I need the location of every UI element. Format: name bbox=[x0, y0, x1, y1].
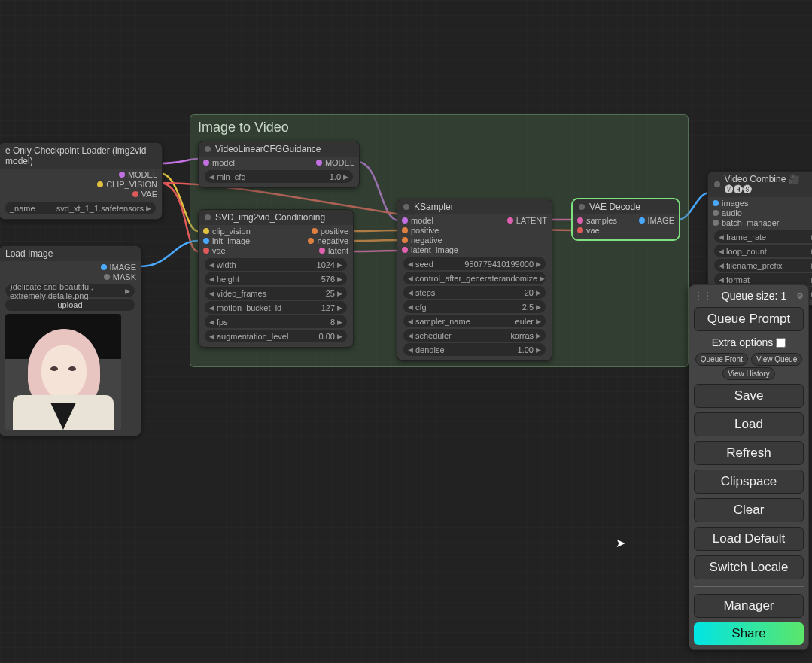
upload-button[interactable]: upload bbox=[5, 299, 135, 311]
widget-ckpt-name[interactable]: _name svd_xt_1_1.safetensors▶ bbox=[5, 202, 156, 214]
node-load-image[interactable]: Load Image IMAGE MASK )delicate and beau… bbox=[0, 245, 141, 436]
output-vae[interactable]: VAE bbox=[132, 190, 157, 199]
output-positive[interactable]: positive bbox=[312, 227, 348, 236]
input-model[interactable]: model bbox=[402, 216, 458, 225]
svd-widget-fps[interactable]: ◀fps8▶ bbox=[205, 315, 347, 328]
svd-widget-height[interactable]: ◀height576▶ bbox=[205, 272, 347, 285]
save-button[interactable]: Save bbox=[694, 384, 804, 408]
node-title: VideoLinearCFGGuidance bbox=[199, 141, 359, 157]
input-clip-vision[interactable]: clip_vision bbox=[203, 227, 251, 236]
input-samples[interactable]: samples bbox=[577, 216, 617, 225]
node-title: VAE Decode bbox=[573, 199, 679, 214]
refresh-button[interactable]: Refresh bbox=[694, 441, 804, 465]
node-title: KSampler bbox=[397, 199, 552, 214]
queue-front-button[interactable]: Queue Front bbox=[695, 353, 748, 366]
image-preview bbox=[5, 314, 121, 430]
node-title: Video Combine 🎥🅥🅗🅢 bbox=[708, 172, 812, 197]
svd-widget-video_frames[interactable]: ◀video_frames25▶ bbox=[205, 287, 347, 300]
output-latent[interactable]: LATENT bbox=[507, 216, 547, 225]
clear-button[interactable]: Clear bbox=[694, 498, 804, 522]
video-combine-widget-filename_prefix[interactable]: ◀filename_prefix▶ bbox=[714, 259, 812, 272]
ksampler-widget-control_after_generate[interactable]: ◀control_after_generaterandomize▶ bbox=[403, 272, 546, 284]
video-combine-widget-loop_count[interactable]: ◀loop_count▶ bbox=[714, 245, 812, 257]
input-latent-image[interactable]: latent_image bbox=[402, 245, 458, 254]
ksampler-widget-seed[interactable]: ◀seed950779410199000▶ bbox=[403, 257, 546, 270]
cursor-icon: ➤ bbox=[616, 536, 625, 550]
node-title: e Only Checkpoint Loader (img2vid model) bbox=[0, 143, 162, 169]
input-model[interactable]: model bbox=[203, 158, 235, 167]
widget-min-cfg[interactable]: ◀min_cfg 1.0▶ bbox=[205, 170, 353, 183]
ksampler-widget-steps[interactable]: ◀steps20▶ bbox=[403, 286, 546, 299]
node-title: SVD_img2vid_Conditioning bbox=[199, 210, 353, 225]
clipspace-button[interactable]: Clipspace bbox=[694, 470, 804, 494]
gear-icon[interactable]: ⚙ bbox=[796, 291, 804, 301]
node-checkpoint-loader[interactable]: e Only Checkpoint Loader (img2vid model)… bbox=[0, 142, 163, 220]
widget-image-file[interactable]: )delicate and beautiful, extremely detai… bbox=[5, 284, 135, 297]
svd-widget-motion_bucket_id[interactable]: ◀motion_bucket_id127▶ bbox=[205, 301, 347, 314]
node-ksampler[interactable]: KSampler model positive negative latent_… bbox=[397, 199, 552, 361]
manager-button[interactable]: Manager bbox=[694, 594, 804, 618]
ksampler-widget-scheduler[interactable]: ◀schedulerkarras▶ bbox=[403, 329, 546, 342]
output-negative[interactable]: negative bbox=[308, 236, 348, 245]
output-clip-vision[interactable]: CLIP_VISION bbox=[97, 180, 157, 189]
ksampler-widget-sampler_name[interactable]: ◀sampler_nameeuler▶ bbox=[403, 315, 546, 327]
output-model[interactable]: MODEL bbox=[119, 170, 157, 179]
output-image[interactable]: IMAGE bbox=[101, 263, 136, 272]
switch-locale-button[interactable]: Switch Locale bbox=[694, 555, 804, 579]
video-combine-widget-frame_rate[interactable]: ◀frame_rate▶ bbox=[714, 230, 812, 243]
ksampler-widget-cfg[interactable]: ◀cfg2.5▶ bbox=[403, 300, 546, 313]
input-negative[interactable]: negative bbox=[402, 236, 458, 245]
divider bbox=[694, 586, 804, 587]
svd-widget-augmentation_level[interactable]: ◀augmentation_level0.00▶ bbox=[205, 330, 347, 342]
queue-prompt-button[interactable]: Queue Prompt bbox=[694, 307, 804, 331]
input-audio[interactable]: audio bbox=[713, 208, 779, 217]
output-model[interactable]: MODEL bbox=[316, 158, 354, 167]
view-history-button[interactable]: View History bbox=[722, 367, 774, 380]
input-init-image[interactable]: init_image bbox=[203, 236, 251, 245]
ksampler-widget-denoise[interactable]: ◀denoise1.00▶ bbox=[403, 343, 546, 356]
view-queue-button[interactable]: View Queue bbox=[751, 353, 802, 366]
node-vae-decode[interactable]: VAE Decode samples vae IMAGE bbox=[572, 199, 680, 240]
input-vae[interactable]: vae bbox=[203, 246, 251, 255]
group-title: Image to Video bbox=[190, 115, 688, 140]
output-latent[interactable]: latent bbox=[319, 246, 348, 255]
extra-options-label: Extra options bbox=[712, 336, 774, 348]
queue-size-label: Queue size: 1 bbox=[722, 290, 786, 302]
input-positive[interactable]: positive bbox=[402, 226, 458, 235]
node-title: Load Image bbox=[0, 246, 141, 261]
share-button[interactable]: Share bbox=[694, 622, 804, 645]
input-batch-manager[interactable]: batch_manager bbox=[713, 218, 779, 227]
node-svd-conditioning[interactable]: SVD_img2vid_Conditioning clip_vision ini… bbox=[198, 209, 354, 348]
load-button[interactable]: Load bbox=[694, 412, 804, 436]
output-image[interactable]: IMAGE bbox=[639, 216, 674, 225]
drag-handle-icon[interactable]: ⋮⋮ bbox=[694, 290, 712, 301]
svd-widget-width[interactable]: ◀width1024▶ bbox=[205, 258, 347, 271]
output-mask[interactable]: MASK bbox=[104, 272, 136, 281]
control-panel[interactable]: ⋮⋮ Queue size: 1 ⚙ Queue Prompt Extra op… bbox=[689, 284, 809, 650]
input-images[interactable]: images bbox=[713, 199, 779, 208]
input-vae[interactable]: vae bbox=[577, 226, 617, 235]
node-cfg-guidance[interactable]: VideoLinearCFGGuidance model MODEL ◀min_… bbox=[198, 141, 360, 188]
load-default-button[interactable]: Load Default bbox=[694, 527, 804, 551]
extra-options-checkbox[interactable] bbox=[776, 338, 786, 348]
